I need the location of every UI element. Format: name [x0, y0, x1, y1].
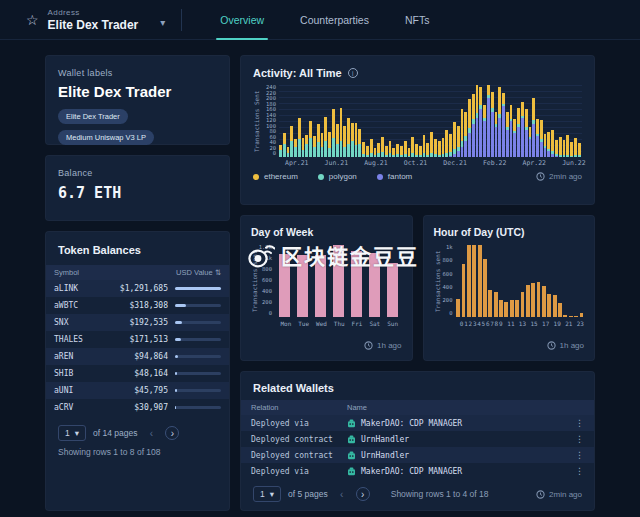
activity-xlabels: Apr.21Jun.21Aug.21Oct.21Dec.21Feb.22Apr.…: [285, 157, 582, 168]
x-tick-label: Apr.22: [523, 159, 546, 167]
bar-cell: [579, 245, 584, 317]
kebab-menu-icon[interactable]: ⋮: [575, 450, 584, 460]
balance-title: Balance: [58, 168, 217, 178]
token-symbol: aREN: [54, 352, 134, 361]
dow-updated[interactable]: 1h ago: [364, 341, 401, 350]
kebab-menu-icon[interactable]: ⋮: [575, 466, 584, 476]
token-row[interactable]: aWBTC$318,308: [46, 297, 229, 314]
next-page-button[interactable]: ›: [356, 487, 370, 501]
token-value-bar: [175, 321, 221, 324]
activity-bar: [540, 85, 543, 157]
address-selector[interactable]: Address Elite Dex Trader: [48, 8, 139, 32]
wallet-tag-list: Elite Dex Trader Medium Uniswap V3 LP: [58, 109, 217, 145]
activity-bar: [332, 85, 335, 157]
relation-cell: Deployed contract: [251, 451, 347, 460]
bar: [542, 286, 546, 317]
column-usd-value[interactable]: USD Value ⇅: [176, 268, 221, 277]
token-row[interactable]: SNX$192,535: [46, 314, 229, 331]
hour-of-day-title: Hour of Day (UTC): [434, 226, 585, 238]
activity-bar: [468, 85, 471, 157]
dow-xlabels: MonTueWedThuFriSatSun: [277, 320, 402, 327]
bar: [494, 292, 498, 317]
token-usd-value: $94,864: [134, 352, 168, 361]
wallet-tag[interactable]: Elite Dex Trader: [58, 109, 128, 124]
token-symbol: SHIB: [54, 369, 134, 378]
tab-nfts[interactable]: NFTs: [387, 0, 448, 40]
dow-yticks: 1.2k1k8006004002000: [258, 245, 275, 317]
activity-updated[interactable]: 2min ago: [536, 172, 582, 181]
related-wallet-row[interactable]: Deployed contractUrnHandler⋮: [241, 447, 594, 463]
related-wallet-row[interactable]: Deployed contractUrnHandler⋮: [241, 431, 594, 447]
activity-bar: [529, 85, 532, 157]
token-row[interactable]: aUNI$45,795: [46, 382, 229, 399]
tab-overview[interactable]: Overview: [202, 0, 282, 40]
activity-bar: [555, 85, 558, 157]
favorite-star-icon[interactable]: ☆: [26, 12, 39, 28]
token-row[interactable]: THALES$171,513: [46, 331, 229, 348]
activity-bar: [313, 85, 316, 157]
sort-icon[interactable]: ⇅: [215, 268, 221, 277]
activity-bar: [574, 85, 577, 157]
wallet-name-cell[interactable]: UrnHandler: [347, 451, 575, 460]
ethereum-dot-icon: [253, 174, 259, 180]
activity-bar: [547, 85, 550, 157]
activity-bar: [298, 85, 301, 157]
token-row[interactable]: aREN$94,864: [46, 348, 229, 365]
token-usd-value: $30,907: [134, 403, 168, 412]
bar: [558, 303, 562, 317]
rows-summary: Showing rows 1 to 4 of 18: [391, 489, 489, 499]
activity-bar: [279, 85, 282, 157]
activity-bar: [324, 85, 327, 157]
bar: [521, 292, 525, 317]
bar: [315, 255, 326, 317]
activity-bar: [491, 85, 494, 157]
token-row[interactable]: aLINK$1,291,685: [46, 280, 229, 297]
token-table-body: aLINK$1,291,685aWBTC$318,308SNX$192,535T…: [46, 280, 229, 416]
bar: [531, 283, 535, 317]
kebab-menu-icon[interactable]: ⋮: [575, 418, 584, 428]
page-select-dropdown[interactable]: 1▾: [58, 425, 86, 441]
activity-bar: [525, 85, 528, 157]
bar: [547, 294, 551, 317]
activity-bar: [366, 85, 369, 157]
x-tick-label: Apr.21: [285, 159, 308, 167]
activity-bar: [563, 85, 566, 157]
next-page-button[interactable]: ›: [165, 426, 179, 440]
related-updated[interactable]: 2min ago: [536, 490, 582, 499]
dow-ylabel: Transactions sent: [251, 245, 258, 317]
activity-bar: [570, 85, 573, 157]
bar: [574, 316, 578, 317]
legend-item-fantom[interactable]: fantom: [377, 172, 412, 181]
page-select-dropdown[interactable]: 1▾: [253, 486, 281, 502]
prev-page-button[interactable]: ‹: [144, 426, 158, 440]
wallet-tag[interactable]: Medium Uniswap V3 LP: [58, 130, 154, 145]
token-usd-value: $1,291,685: [120, 284, 168, 293]
bar-cell: [275, 245, 293, 317]
hod-updated[interactable]: 1h ago: [547, 341, 584, 350]
activity-bar: [317, 85, 320, 157]
activity-bar: [434, 85, 437, 157]
token-value-bar: [175, 389, 221, 392]
activity-bar: [389, 85, 392, 157]
contract-icon: [347, 419, 356, 428]
tab-counterparties[interactable]: Counterparties: [282, 0, 387, 40]
kebab-menu-icon[interactable]: ⋮: [575, 434, 584, 444]
legend-item-ethereum[interactable]: ethereum: [253, 172, 298, 181]
info-icon[interactable]: i: [348, 68, 358, 78]
hod-plot: [456, 245, 585, 317]
refresh-clock-icon: [536, 490, 545, 499]
wallet-name-cell[interactable]: MakerDAO: CDP MANAGER: [347, 419, 575, 428]
chevron-down-icon[interactable]: ▾: [160, 17, 165, 28]
wallet-name-cell[interactable]: UrnHandler: [347, 435, 575, 444]
activity-bar: [517, 85, 520, 157]
wallet-name-cell[interactable]: MakerDAO: CDP MANAGER: [347, 467, 575, 476]
token-row[interactable]: SHIB$48,164: [46, 365, 229, 382]
bar: [333, 245, 344, 317]
related-wallet-row[interactable]: Deployed viaMakerDAO: CDP MANAGER⋮: [241, 463, 594, 479]
polygon-dot-icon: [318, 174, 324, 180]
prev-page-button[interactable]: ‹: [335, 487, 349, 501]
token-row[interactable]: aCRV$30,907: [46, 399, 229, 416]
activity-bar: [487, 85, 490, 157]
related-wallet-row[interactable]: Deployed viaMakerDAO: CDP MANAGER⋮: [241, 415, 594, 431]
legend-item-polygon[interactable]: polygon: [318, 172, 357, 181]
